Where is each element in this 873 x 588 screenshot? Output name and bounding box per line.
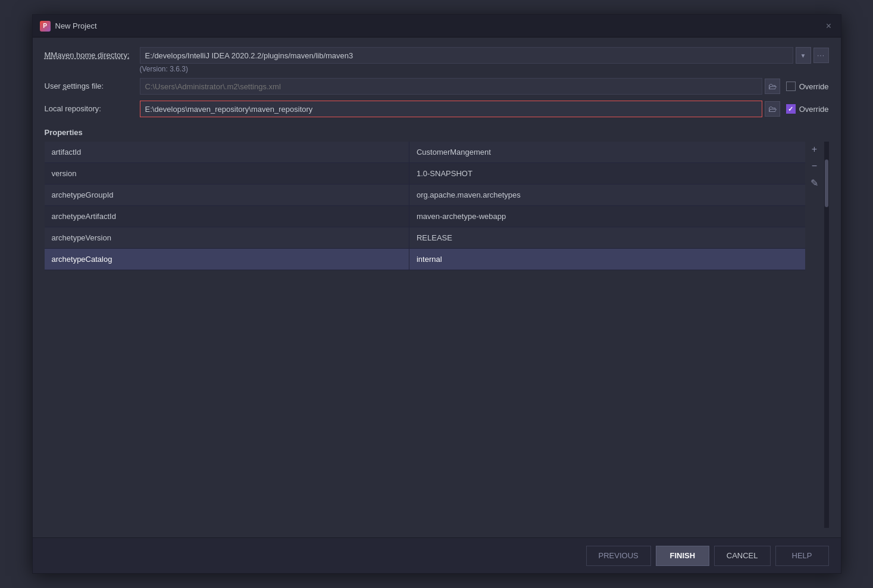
properties-side-actions: + − ✎: [805, 142, 824, 528]
user-settings-folder-btn[interactable]: 🗁: [765, 79, 780, 94]
edit-icon: ✎: [811, 177, 818, 189]
table-row[interactable]: archetypeArtifactId maven-archetype-weba…: [45, 206, 805, 227]
user-settings-input-row: 🗁 Override: [140, 78, 829, 95]
user-settings-field-wrap: 🗁 Override: [140, 78, 829, 95]
new-project-dialog: P New Project × MMaven home directory: ▼…: [32, 14, 841, 574]
finish-button[interactable]: FINISH: [656, 546, 709, 566]
maven-home-more-btn[interactable]: ···: [813, 48, 829, 63]
table-row[interactable]: archetypeGroupId org.apache.maven.archet…: [45, 184, 805, 206]
local-repo-field-wrap: 🗁 Override: [140, 101, 829, 117]
maven-home-row: MMaven home directory: ▼ ··· (Version: 3…: [45, 47, 829, 73]
user-settings-override-wrap: Override: [786, 82, 829, 91]
maven-home-input[interactable]: [140, 47, 793, 64]
maven-home-field-wrap: ▼ ··· (Version: 3.6.3): [140, 47, 829, 73]
properties-area: artifactId CustomerMangement version 1.0…: [45, 142, 829, 528]
local-repo-input-row: 🗁 Override: [140, 101, 829, 117]
local-repo-override-label: Override: [799, 105, 829, 114]
prop-value-archetype-artifact-id: maven-archetype-webapp: [409, 206, 805, 227]
prop-key-archetype-catalog: archetypeCatalog: [45, 249, 409, 270]
properties-table-wrap: artifactId CustomerMangement version 1.0…: [45, 142, 805, 528]
table-row[interactable]: artifactId CustomerMangement: [45, 142, 805, 163]
user-settings-input[interactable]: [140, 78, 762, 95]
user-settings-override-label: Override: [799, 82, 829, 91]
help-button[interactable]: HELP: [775, 546, 829, 566]
window-title: New Project: [55, 21, 97, 30]
maven-home-input-row: ▼ ···: [140, 47, 829, 64]
prop-value-archetype-group-id: org.apache.maven.archetypes: [409, 184, 805, 205]
cancel-button[interactable]: CANCEL: [714, 546, 771, 566]
prop-value-version: 1.0-SNAPSHOT: [409, 163, 805, 184]
prop-value-archetype-catalog: internal: [409, 249, 805, 270]
local-repo-label: Local repository:: [45, 101, 140, 113]
minus-icon: −: [812, 161, 817, 171]
prop-key-archetype-group-id: archetypeGroupId: [45, 184, 409, 205]
table-row[interactable]: archetypeCatalog internal: [45, 249, 805, 270]
local-repo-override-wrap: Override: [786, 104, 829, 114]
folder-icon: 🗁: [768, 82, 777, 91]
remove-property-button[interactable]: −: [807, 158, 822, 174]
user-settings-override-checkbox[interactable]: [786, 82, 796, 91]
dialog-content: MMaven home directory: ▼ ··· (Version: 3…: [33, 37, 841, 537]
maven-version-text: (Version: 3.6.3): [140, 65, 829, 73]
table-row[interactable]: version 1.0-SNAPSHOT: [45, 163, 805, 184]
title-bar-left: P New Project: [40, 21, 97, 32]
properties-table: artifactId CustomerMangement version 1.0…: [45, 142, 805, 528]
prop-key-artifactid: artifactId: [45, 142, 409, 162]
scrollbar-thumb[interactable]: [825, 159, 828, 207]
local-repo-input[interactable]: [140, 101, 762, 117]
title-bar: P New Project ×: [33, 15, 841, 37]
prop-key-version: version: [45, 163, 409, 184]
edit-property-button[interactable]: ✎: [807, 175, 822, 190]
plus-icon: +: [812, 144, 817, 155]
maven-home-label: MMaven home directory:: [45, 47, 140, 60]
scrollbar-track[interactable]: [824, 142, 829, 528]
maven-home-dropdown-btn[interactable]: ▼: [796, 47, 811, 64]
previous-button[interactable]: PREVIOUS: [586, 546, 651, 566]
local-repo-row: Local repository: 🗁 Override: [45, 101, 829, 118]
prop-value-artifactid: CustomerMangement: [409, 142, 805, 162]
folder-icon-2: 🗁: [768, 104, 777, 114]
add-property-button[interactable]: +: [807, 142, 822, 157]
user-settings-row: User settings file: 🗁 Override: [45, 78, 829, 96]
dialog-footer: PREVIOUS FINISH CANCEL HELP: [33, 537, 841, 573]
table-row[interactable]: archetypeVersion RELEASE: [45, 227, 805, 249]
prop-value-archetype-version: RELEASE: [409, 227, 805, 248]
local-repo-folder-btn[interactable]: 🗁: [765, 101, 780, 117]
ellipsis-icon: ···: [817, 51, 825, 60]
chevron-down-icon: ▼: [800, 52, 806, 59]
close-button[interactable]: ×: [824, 21, 834, 31]
user-settings-label: User settings file:: [45, 78, 140, 90]
prop-key-archetype-version: archetypeVersion: [45, 227, 409, 248]
prop-key-archetype-artifact-id: archetypeArtifactId: [45, 206, 409, 227]
local-repo-override-checkbox[interactable]: [786, 104, 796, 114]
app-icon: P: [40, 21, 51, 32]
properties-section-title: Properties: [45, 128, 829, 137]
